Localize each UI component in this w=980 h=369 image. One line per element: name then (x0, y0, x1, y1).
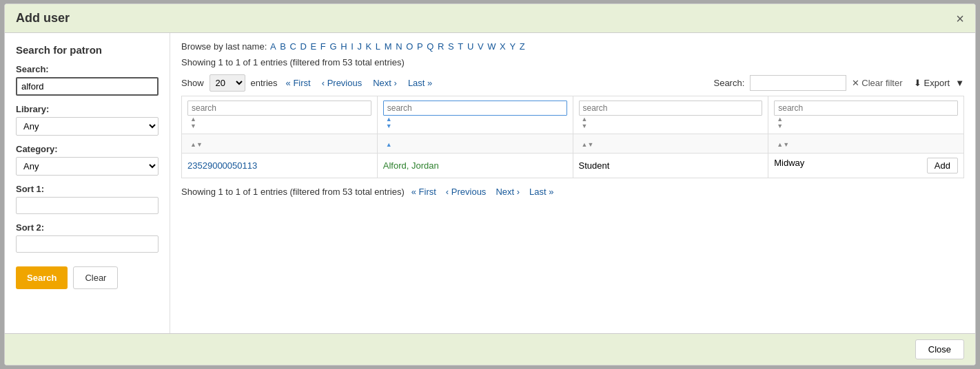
show-select[interactable]: 20 10 50 100 (210, 74, 245, 92)
patron-library-cell: Midway Add (768, 154, 964, 178)
browse-link-x[interactable]: X (500, 41, 506, 52)
sort-arrows-library: ▲▼ (777, 116, 783, 129)
browse-link-k[interactable]: K (366, 41, 372, 52)
results-summary-bottom: Showing 1 to 1 of 1 entries (filtered fr… (181, 187, 405, 197)
patron-name-cell: Alford, Jordan (377, 154, 573, 178)
next-button-top[interactable]: Next › (370, 76, 400, 89)
clear-filter-label: Clear filter (861, 78, 902, 88)
add-patron-button[interactable]: Add (927, 158, 958, 173)
modal-close-button[interactable]: × (956, 12, 964, 25)
search-label: Search: (16, 64, 159, 74)
sort-arrows2-category[interactable]: ▲▼ (582, 141, 594, 148)
browse-link-m[interactable]: M (385, 41, 392, 52)
category-select[interactable]: Any Student Staff Faculty (16, 157, 159, 176)
browse-links: A B C D E F G H I J K L M N O (269, 41, 526, 52)
col-search-barcode-input[interactable] (187, 101, 371, 116)
sort-arrows2-library[interactable]: ▲▼ (777, 141, 789, 148)
browse-link-t[interactable]: T (458, 41, 463, 52)
browse-link-c[interactable]: C (290, 41, 296, 52)
sort-arrows-barcode: ▲▼ (190, 116, 196, 129)
patron-name-link[interactable]: Alford, Jordan (383, 160, 439, 171)
browse-link-n[interactable]: N (396, 41, 402, 52)
browse-link-j[interactable]: J (357, 41, 362, 52)
browse-link-i[interactable]: I (351, 41, 354, 52)
browse-link-e[interactable]: E (311, 41, 317, 52)
sort1-group: Sort 1: (16, 184, 159, 214)
sort1-label: Sort 1: (16, 184, 159, 194)
browse-link-d[interactable]: D (300, 41, 307, 52)
browse-link-p[interactable]: P (417, 41, 423, 52)
sort2-input[interactable] (16, 235, 159, 253)
entries-label: entries (251, 78, 278, 88)
clear-button[interactable]: Clear (73, 266, 118, 289)
col-search-category-input[interactable] (579, 101, 763, 116)
col-search-barcode: ▲▼ (182, 96, 378, 134)
browse-link-a[interactable]: A (270, 41, 276, 52)
browse-bar: Browse by last name: A B C D E F G H I J… (181, 41, 964, 52)
sidebar-title: Search for patron (16, 44, 159, 56)
search-group: Search: (16, 64, 159, 96)
browse-link-g[interactable]: G (329, 41, 336, 52)
sort2-label: Sort 2: (16, 222, 159, 233)
browse-link-w[interactable]: W (487, 41, 496, 52)
download-icon: ⬇ (914, 78, 921, 88)
search-button[interactable]: Search (16, 266, 68, 289)
browse-link-l[interactable]: L (376, 41, 380, 52)
search-filter-input[interactable] (750, 75, 846, 91)
first-button-bottom[interactable]: « First (409, 185, 439, 198)
col-search-category: ▲▼ (573, 96, 768, 134)
clear-filter-button[interactable]: ✕ Clear filter (852, 78, 902, 88)
results-table: ▲▼ ▲▼ ▲▼ ▲▼ (181, 96, 964, 178)
clear-filter-icon: ✕ (852, 78, 859, 88)
browse-link-r[interactable]: R (438, 41, 444, 52)
export-dropdown-button[interactable]: ▼ (955, 78, 964, 88)
modal-overlay: Add user × Search for patron Search: Lib… (0, 0, 980, 369)
sort-arrows-category: ▲▼ (582, 116, 588, 129)
browse-link-h[interactable]: H (340, 41, 347, 52)
modal-body: Search for patron Search: Library: Any M… (5, 33, 975, 333)
sort-arrows2-name[interactable]: ▲ (386, 141, 392, 148)
sort-arrows2-barcode[interactable]: ▲▼ (190, 141, 203, 148)
sort-category-cell: ▲▼ (573, 134, 768, 154)
sidebar-buttons: Search Clear (16, 266, 159, 289)
library-group: Library: Any Midway Main (16, 104, 159, 136)
browse-label: Browse by last name: (181, 41, 267, 52)
browse-link-s[interactable]: S (448, 41, 454, 52)
last-button-bottom[interactable]: Last » (527, 185, 556, 198)
patron-id-link[interactable]: 23529000050113 (187, 160, 257, 171)
modal-footer: Close (5, 333, 975, 365)
col-search-name-input[interactable] (383, 101, 567, 116)
library-select[interactable]: Any Midway Main (16, 117, 159, 136)
browse-link-u[interactable]: U (467, 41, 473, 52)
table-row: 23529000050113 Alford, Jordan Student Mi… (182, 154, 964, 178)
browse-link-v[interactable]: V (478, 41, 484, 52)
next-button-bottom[interactable]: Next › (493, 185, 522, 198)
last-button-top[interactable]: Last » (405, 76, 435, 89)
sort1-input[interactable] (16, 197, 159, 214)
browse-link-b[interactable]: B (280, 41, 286, 52)
library-label: Library: (16, 104, 159, 114)
browse-link-q[interactable]: Q (427, 41, 433, 52)
col-search-name: ▲▼ (377, 96, 573, 134)
export-button[interactable]: ⬇ Export (914, 78, 950, 88)
first-button-top[interactable]: « First (283, 76, 314, 89)
search-input[interactable] (16, 77, 159, 96)
previous-button-top[interactable]: ‹ Previous (319, 76, 365, 89)
col-search-library-input[interactable] (774, 101, 958, 116)
browse-link-o[interactable]: O (406, 41, 413, 52)
modal-header: Add user × (5, 4, 975, 33)
add-user-modal: Add user × Search for patron Search: Lib… (4, 3, 976, 366)
sort2-group: Sort 2: (16, 222, 159, 253)
sort-name-cell: ▲ (377, 134, 573, 154)
category-group: Category: Any Student Staff Faculty (16, 144, 159, 176)
browse-link-y[interactable]: Y (509, 41, 515, 52)
previous-button-bottom[interactable]: ‹ Previous (443, 185, 489, 198)
browse-link-z[interactable]: Z (520, 41, 525, 52)
browse-link-f[interactable]: F (320, 41, 326, 52)
close-button[interactable]: Close (915, 339, 964, 359)
table-controls-bottom: Showing 1 to 1 of 1 entries (filtered fr… (181, 185, 964, 198)
patron-category-cell: Student (573, 154, 768, 178)
col-search-library: ▲▼ (768, 96, 964, 134)
sort-barcode-cell: ▲▼ (182, 134, 378, 154)
patron-library-value: Midway (774, 158, 804, 168)
